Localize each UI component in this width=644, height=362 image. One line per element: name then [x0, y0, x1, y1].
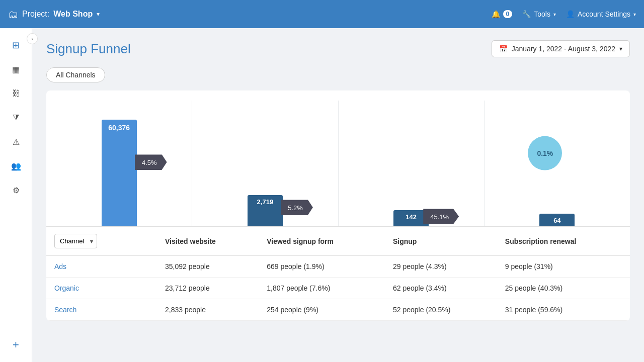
arrow-label-signup: 45.1% — [423, 209, 459, 224]
channel-cell-organic: Organic — [46, 278, 157, 299]
channel-link-search[interactable]: Search — [54, 306, 76, 314]
form-cell-organic: 1,807 people (7.6%) — [259, 278, 385, 299]
channel-select[interactable]: Channel — [54, 234, 97, 248]
renewal-cell-ads: 9 people (31%) — [497, 256, 630, 278]
table-header-row: Channel Visited website Viewed signup fo… — [46, 227, 630, 256]
channel-link-ads[interactable]: Ads — [54, 262, 66, 270]
funnel-icon: ⧩ — [13, 113, 19, 122]
bar-signup: 142 45.1% — [393, 210, 429, 227]
signup-cell-ads: 29 people (4.3%) — [385, 256, 497, 278]
renewal-cell-search: 31 people (59.6%) — [497, 299, 630, 321]
bar-label-visited: 60,376 — [108, 124, 130, 132]
main-content: Signup Funnel 📅 January 1, 2022 - August… — [32, 28, 644, 362]
bar-label-form: 2,719 — [257, 198, 274, 206]
bar-label-renewal: 64 — [553, 217, 560, 224]
project-chevron-icon: ▾ — [97, 11, 100, 18]
arrow-label-visited: 4.5% — [135, 154, 167, 170]
dashboard-icon: ⊞ — [12, 40, 20, 51]
page-title: Signup Funnel — [46, 41, 131, 57]
sidebar-add-button[interactable]: + — [5, 334, 27, 356]
tools-chevron-icon: ▾ — [553, 12, 556, 17]
table-area: Channel Visited website Viewed signup fo… — [46, 226, 630, 321]
channel-cell-ads: Ads — [46, 256, 157, 278]
table-row: Search 2,833 people 254 people (9%) 52 p… — [46, 299, 630, 321]
sidebar-item-dashboard[interactable]: ⊞ — [5, 34, 27, 56]
date-range-label: January 1, 2022 - August 3, 2022 — [512, 45, 615, 53]
bar-form: 2,719 5.2% — [248, 195, 283, 227]
folder-icon: 🗂 — [8, 9, 18, 20]
sidebar-item-analytics[interactable]: ▦ — [5, 58, 27, 80]
funnel-col-signup: 142 45.1% — [339, 101, 485, 226]
page-header: Signup Funnel 📅 January 1, 2022 - August… — [46, 40, 630, 57]
account-icon: 👤 — [566, 10, 575, 18]
notifications-badge: 0 — [503, 10, 513, 18]
table-body: Ads 35,092 people 669 people (1.9%) 29 p… — [46, 256, 630, 321]
project-label: Project: — [22, 10, 49, 19]
gear-icon: ⚙ — [13, 186, 20, 195]
signup-cell-organic: 62 people (3.4%) — [385, 278, 497, 299]
plus-icon: + — [13, 338, 19, 351]
bar-wrapper-signup: 142 45.1% — [391, 101, 431, 226]
funnel-table: Channel Visited website Viewed signup fo… — [46, 227, 630, 321]
navbar: 🗂 Project: Web Shop ▾ 🔔 0 🔧 Tools ▾ 👤 Ac… — [0, 0, 644, 28]
sidebar-item-settings[interactable]: ⚙ — [5, 179, 27, 201]
sidebar-item-alert[interactable]: ⚠ — [5, 131, 27, 153]
bar-wrapper-renewal: 64 0.1% — [537, 101, 577, 226]
chart-area: 60,376 4.5% 2,719 5.2% — [46, 90, 630, 226]
bar-chart-icon: ▦ — [12, 65, 20, 74]
bar-wrapper-form: 2,719 5.2% — [245, 101, 285, 226]
circle-label-renewal: 0.1% — [528, 136, 562, 170]
tools-label: Tools — [534, 10, 550, 18]
sidebar-item-filter[interactable]: ⧩ — [5, 107, 27, 129]
signup-cell-search: 52 people (20.5%) — [385, 299, 497, 321]
navbar-left: 🗂 Project: Web Shop ▾ — [8, 9, 100, 20]
channel-link-organic[interactable]: Organic — [54, 284, 79, 292]
funnel-col-visited: 60,376 4.5% — [46, 101, 192, 226]
bar-visited: 60,376 4.5% — [102, 120, 137, 227]
funnel-columns: 60,376 4.5% 2,719 5.2% — [46, 101, 630, 226]
warning-icon: ⚠ — [13, 137, 20, 147]
filter-row: All Channels — [46, 67, 630, 82]
link-icon: ⛓ — [12, 89, 20, 98]
sidebar-toggle-button[interactable]: › — [27, 33, 38, 44]
channel-select-wrapper: Channel — [54, 234, 97, 248]
users-icon: 👥 — [11, 161, 21, 171]
visited-cell-search: 2,833 people — [157, 299, 259, 321]
channel-cell-search: Search — [46, 299, 157, 321]
table-row: Ads 35,092 people 669 people (1.9%) 29 p… — [46, 256, 630, 278]
notifications-button[interactable]: 🔔 0 — [492, 10, 513, 18]
visited-cell-ads: 35,092 people — [157, 256, 259, 278]
form-column-header: Viewed signup form — [259, 227, 385, 256]
signup-column-header: Signup — [385, 227, 497, 256]
account-label: Account Settings — [578, 10, 630, 18]
sidebar-item-links[interactable]: ⛓ — [5, 82, 27, 105]
account-settings-button[interactable]: 👤 Account Settings ▾ — [566, 10, 636, 18]
renewal-column-header: Subscription renewal — [497, 227, 630, 256]
form-cell-search: 254 people (9%) — [259, 299, 385, 321]
bell-icon: 🔔 — [492, 10, 500, 18]
wrench-icon: 🔧 — [522, 10, 531, 18]
arrow-label-form: 5.2% — [281, 200, 313, 215]
sidebar-item-users[interactable]: 👥 — [5, 155, 27, 177]
tools-button[interactable]: 🔧 Tools ▾ — [522, 10, 556, 18]
channel-column-header: Channel — [46, 227, 157, 256]
sidebar: › ⊞ ▦ ⛓ ⧩ ⚠ 👥 ⚙ + — [0, 28, 32, 362]
visited-cell-organic: 23,712 people — [157, 278, 259, 299]
bar-renewal: 64 — [539, 214, 575, 226]
account-chevron-icon: ▾ — [633, 12, 636, 17]
project-selector[interactable]: Project: Web Shop ▾ — [22, 10, 100, 19]
project-name: Web Shop — [53, 10, 93, 19]
bar-label-signup: 142 — [406, 213, 417, 221]
navbar-right: 🔔 0 🔧 Tools ▾ 👤 Account Settings ▾ — [492, 10, 636, 18]
funnel-col-form: 2,719 5.2% — [192, 101, 338, 226]
visited-column-header: Visited website — [157, 227, 259, 256]
renewal-cell-organic: 25 people (40.3%) — [497, 278, 630, 299]
bar-wrapper-visited: 60,376 4.5% — [99, 101, 139, 226]
date-picker-button[interactable]: 📅 January 1, 2022 - August 3, 2022 ▾ — [492, 40, 630, 57]
chart-container: 60,376 4.5% 2,719 5.2% — [46, 90, 630, 321]
date-chevron-icon: ▾ — [619, 45, 622, 52]
table-row: Organic 23,712 people 1,807 people (7.6%… — [46, 278, 630, 299]
all-channels-chip[interactable]: All Channels — [46, 67, 105, 82]
calendar-icon: 📅 — [499, 45, 508, 53]
funnel-col-renewal: 64 0.1% — [485, 101, 630, 226]
